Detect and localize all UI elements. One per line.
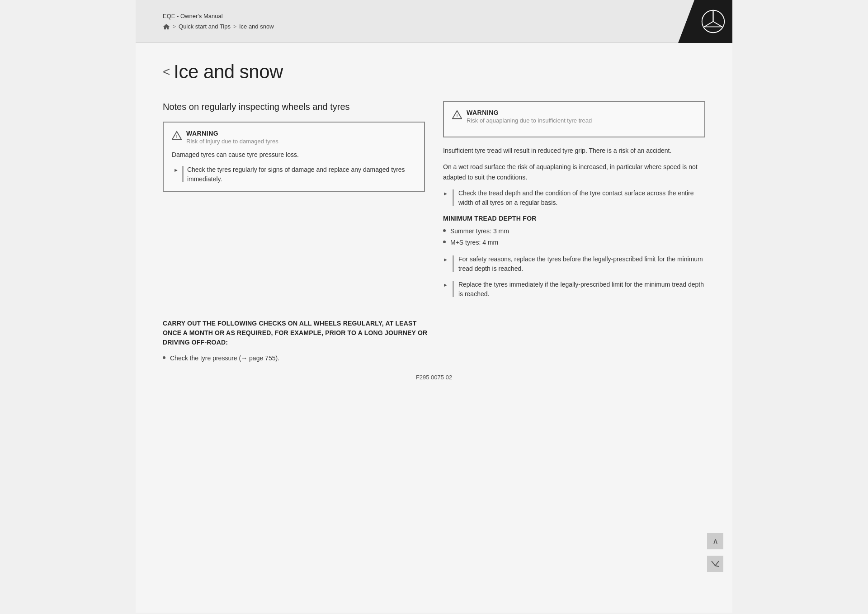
section-heading-left: Notes on regularly inspecting wheels and… bbox=[163, 101, 425, 113]
scroll-up-button[interactable]: ∧ bbox=[707, 533, 723, 549]
right-warning-title-group: WARNING Risk of aquaplaning due to insuf… bbox=[467, 109, 592, 124]
right-column: ! WARNING Risk of aquaplaning due to ins… bbox=[443, 101, 705, 305]
left-warning-title-group: WARNING Risk of injury due to damaged ty… bbox=[186, 130, 278, 145]
breadcrumb-separator-1: > bbox=[173, 24, 176, 30]
warning-triangle-icon-right: ! bbox=[452, 110, 462, 120]
list-item: M+S tyres: 4 mm bbox=[443, 238, 705, 247]
bullet-bar-right3 bbox=[453, 281, 454, 297]
right-bullet1-text: Check the tread depth and the condition … bbox=[458, 189, 705, 208]
left-warning-body: Damaged tyres can cause tyre pressure lo… bbox=[172, 150, 416, 160]
min-tread-heading: MINIMUM TREAD DEPTH FOR bbox=[443, 215, 705, 222]
bullet-arrow-icon-right3: ► bbox=[443, 281, 448, 289]
right-para1: Insufficient tyre tread will result in r… bbox=[443, 146, 705, 156]
right-action-bullet3: ► Replace the tyres immediately if the l… bbox=[443, 280, 705, 299]
dot-icon-bottom1 bbox=[163, 356, 165, 359]
back-arrow[interactable]: < bbox=[163, 65, 170, 79]
bottom-section: CARRY OUT THE FOLLOWING CHECKS ON ALL WH… bbox=[163, 319, 705, 363]
bullet-bar-right1 bbox=[453, 189, 454, 206]
list-item: Summer tyres: 3 mm bbox=[443, 227, 705, 236]
right-bullet3-text: Replace the tyres immediately if the leg… bbox=[458, 280, 705, 299]
arrow-down-icon bbox=[711, 560, 720, 567]
header-right bbox=[678, 0, 732, 43]
right-action-bullet2: ► For safety reasons, replace the tyres … bbox=[443, 255, 705, 274]
left-warning-title: WARNING bbox=[186, 130, 278, 137]
manual-title: EQE - Owner's Manual bbox=[163, 13, 274, 19]
bullet-bar-left bbox=[182, 166, 184, 182]
dot-icon-1 bbox=[443, 229, 446, 232]
main-content: < Ice and snow Notes on regularly inspec… bbox=[136, 43, 732, 613]
bottom-check-item-1: Check the tyre pressure (→ page 755). bbox=[170, 354, 279, 363]
breadcrumb-quickstart[interactable]: Quick start and Tips bbox=[179, 23, 231, 30]
bullet-bar-right2 bbox=[453, 255, 454, 272]
bottom-check-list: Check the tyre pressure (→ page 755). bbox=[163, 354, 705, 363]
right-para2: On a wet road surface the risk of aquapl… bbox=[443, 162, 705, 182]
svg-text:!: ! bbox=[176, 134, 177, 139]
svg-text:!: ! bbox=[456, 113, 458, 118]
header-left: EQE - Owner's Manual > Quick start and T… bbox=[163, 13, 274, 30]
left-warning-bullet: ► Check the tyres regularly for signs of… bbox=[172, 165, 416, 184]
bullet-arrow-icon-right1: ► bbox=[443, 190, 448, 198]
bullet-arrow-icon-right2: ► bbox=[443, 256, 448, 264]
dot-icon-2 bbox=[443, 241, 446, 243]
left-warning-box: ! WARNING Risk of injury due to damaged … bbox=[163, 122, 425, 192]
right-warning-header: ! WARNING Risk of aquaplaning due to ins… bbox=[452, 109, 696, 124]
tread-item-2: M+S tyres: 4 mm bbox=[450, 238, 498, 247]
breadcrumb-current: Ice and snow bbox=[239, 23, 274, 30]
chevron-up-icon: ∧ bbox=[712, 536, 718, 546]
left-column: Notes on regularly inspecting wheels and… bbox=[163, 101, 425, 305]
right-warning-subtitle: Risk of aquaplaning due to insufficient … bbox=[467, 117, 592, 124]
right-warning-title: WARNING bbox=[467, 109, 592, 116]
scroll-down-button[interactable] bbox=[707, 556, 723, 572]
bullet-arrow-icon-left: ► bbox=[174, 166, 179, 174]
footer-code: F295 0075 02 bbox=[416, 374, 452, 381]
home-icon[interactable] bbox=[163, 23, 170, 30]
left-warning-subtitle: Risk of injury due to damaged tyres bbox=[186, 138, 278, 145]
logo-area bbox=[678, 0, 732, 43]
two-col-layout: Notes on regularly inspecting wheels and… bbox=[163, 101, 705, 305]
left-warning-header: ! WARNING Risk of injury due to damaged … bbox=[172, 130, 416, 145]
left-bullet-text: Check the tyres regularly for signs of d… bbox=[187, 165, 416, 184]
tread-list: Summer tyres: 3 mm M+S tyres: 4 mm bbox=[443, 227, 705, 247]
page-title-container: < Ice and snow bbox=[163, 61, 705, 83]
tread-item-1: Summer tyres: 3 mm bbox=[450, 227, 509, 236]
header: EQE - Owner's Manual > Quick start and T… bbox=[136, 0, 732, 43]
mercedes-logo bbox=[701, 9, 726, 34]
right-warning-box: ! WARNING Risk of aquaplaning due to ins… bbox=[443, 101, 705, 137]
right-action-bullet1: ► Check the tread depth and the conditio… bbox=[443, 189, 705, 208]
list-item: Check the tyre pressure (→ page 755). bbox=[163, 354, 705, 363]
breadcrumb-separator-2: > bbox=[233, 24, 236, 30]
warning-triangle-icon-left: ! bbox=[172, 131, 182, 141]
bottom-bold-text: CARRY OUT THE FOLLOWING CHECKS ON ALL WH… bbox=[163, 319, 434, 347]
footer: F295 0075 02 bbox=[163, 365, 705, 385]
breadcrumb: > Quick start and Tips > Ice and snow bbox=[163, 23, 274, 30]
page-title: Ice and snow bbox=[174, 61, 283, 83]
right-bullet2-text: For safety reasons, replace the tyres be… bbox=[458, 255, 705, 274]
